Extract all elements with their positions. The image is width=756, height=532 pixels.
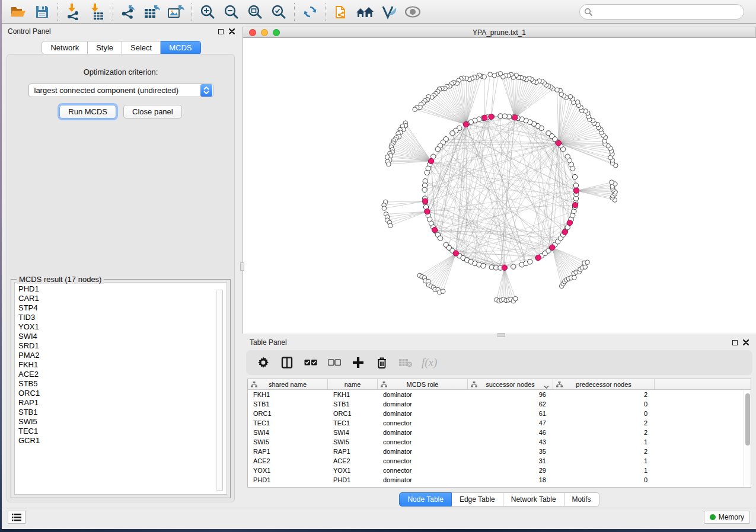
import-table-icon[interactable] [85,2,109,22]
mcds-node-item[interactable]: SWI5 [18,417,227,427]
cell-shared-name: STB1 [248,400,328,408]
table-vertical-scrollbar[interactable] [744,390,751,487]
show-columns-icon[interactable] [279,355,295,370]
mcds-result-list[interactable]: PHD1CAR1STP4TID3YOX1SWI4SRD1PMA2FKH1ACE2… [14,282,227,495]
search-input[interactable] [579,4,744,20]
deselect-all-checkboxes-icon[interactable] [327,355,342,370]
table-row[interactable]: SWI5SWI5connector431 [248,437,751,447]
cell-successor-nodes: 96 [468,391,553,398]
table-row[interactable]: FKH1FKH1dominator962 [248,390,751,399]
share-document-icon[interactable] [330,2,353,22]
import-network-icon[interactable] [62,2,85,22]
table-row[interactable]: ORC1ORC1dominator610 [248,409,751,418]
network-graph[interactable] [243,38,756,334]
cell-name: RAP1 [328,448,378,455]
mcds-node-item[interactable]: YOX1 [18,322,227,332]
mcds-node-item[interactable]: ORC1 [18,389,227,398]
run-mcds-button[interactable]: Run MCDS [59,105,116,118]
mcds-node-item[interactable]: PMA2 [18,351,227,360]
tab-select[interactable]: Select [122,41,161,55]
cell-predecessor-nodes: 1 [553,438,655,446]
table-row[interactable]: SWI4SWI4dominator462 [248,428,751,437]
cell-shared-name: SWI5 [248,438,328,446]
mcds-node-item[interactable]: PHD1 [18,284,227,294]
splitter-grip-vertical[interactable] [240,262,244,271]
open-folder-icon[interactable] [7,2,30,22]
table-row[interactable]: RAP1RAP1dominator352 [248,447,751,456]
mcds-node-item[interactable]: GCR1 [18,436,227,446]
mcds-node-item[interactable]: SWI4 [18,332,227,341]
column-label: predecessor nodes [576,381,631,388]
task-history-button[interactable] [8,511,25,524]
search-container [579,4,744,20]
close-panel-button[interactable]: Close panel [123,105,182,118]
toolbar-separator [113,3,113,21]
mcds-node-item[interactable]: STP4 [18,303,227,313]
float-panel-icon[interactable] [218,29,224,34]
tab-edge-table[interactable]: Edge Table [452,492,503,507]
tab-mcds[interactable]: MCDS [161,41,200,55]
mcds-node-item[interactable]: FKH1 [18,360,227,370]
mcds-node-item[interactable]: SRD1 [18,341,227,351]
table-row[interactable]: PHD1PHD1dominator180 [248,475,751,485]
home-networks-icon[interactable] [353,2,377,22]
cell-shared-name: YOX1 [248,467,328,474]
tab-network-table[interactable]: Network Table [503,492,564,507]
table-scrollbar-thumb[interactable] [745,393,750,446]
delete-row-icon[interactable] [374,355,390,370]
table-row[interactable]: ACE2ACE2connector311 [248,456,751,466]
cell-shared-name: PHD1 [248,476,328,483]
tab-network[interactable]: Network [42,41,88,55]
show-details-icon[interactable] [401,2,425,22]
memory-button[interactable]: Memory [704,511,750,524]
mcds-node-item[interactable]: STB5 [18,379,227,389]
close-panel-icon[interactable] [229,28,235,34]
mcds-node-item[interactable]: ACE2 [18,370,227,379]
column-header-shared-name[interactable]: shared name [248,379,328,389]
sort-chevron-icon[interactable] [544,383,549,390]
export-network-icon[interactable] [117,2,141,22]
toolbar-separator [294,3,295,21]
control-panel-titlebar: Control Panel [2,24,241,39]
settings-gear-icon[interactable] [256,355,271,370]
export-table-icon[interactable] [141,2,164,22]
zoom-fit-icon[interactable] [243,2,267,22]
optimization-criterion-select[interactable]: largest connected component (undirected) [28,84,213,97]
zoom-in-icon[interactable] [196,2,219,22]
hide-details-icon[interactable] [377,2,401,22]
network-view-panel: YPA_prune.txt_1 [243,27,756,334]
tab-style[interactable]: Style [88,41,122,55]
zoom-out-icon[interactable] [219,2,243,22]
node-table[interactable]: shared namenameMCDS rolesuccessor nodesp… [247,379,751,488]
column-header-predecessor-nodes[interactable]: predecessor nodes [553,379,655,389]
tab-node-table[interactable]: Node Table [399,492,452,507]
tab-motifs[interactable]: Motifs [564,492,599,507]
mcds-node-item[interactable]: STB1 [18,408,227,417]
network-window-titlebar[interactable]: YPA_prune.txt_1 [243,27,756,38]
mcds-node-item[interactable]: RAP1 [18,398,227,408]
mcds-list-scrollbar[interactable] [216,290,223,491]
table-panel-title: Table Panel [250,338,287,347]
network-canvas[interactable] [243,38,756,334]
zoom-selected-icon[interactable] [267,2,291,22]
cell-predecessor-nodes: 0 [553,400,655,408]
control-panel: Control Panel NetworkStyleSelectMCDS Opt… [2,24,241,505]
cell-shared-name: FKH1 [248,391,328,398]
column-header-name[interactable]: name [328,379,378,389]
table-row[interactable]: TEC1TEC1connector472 [248,418,751,428]
export-image-icon[interactable] [164,2,188,22]
table-row[interactable]: STB1STB1dominator620 [248,399,751,409]
table-row[interactable]: YOX1YOX1connector291 [248,466,751,475]
float-table-panel-icon[interactable] [732,340,738,345]
close-table-panel-icon[interactable] [743,339,749,345]
column-header-MCDS-role[interactable]: MCDS role [378,379,468,389]
mcds-node-item[interactable]: TEC1 [18,427,227,436]
column-header-successor-nodes[interactable]: successor nodes [468,379,553,389]
save-icon[interactable] [30,2,54,22]
select-all-checkboxes-icon[interactable] [303,355,318,370]
optimization-criterion-label: Optimization criterion: [7,68,234,76]
mcds-node-item[interactable]: CAR1 [18,294,227,303]
add-row-icon[interactable] [350,355,366,370]
refresh-layout-icon[interactable] [298,2,322,22]
mcds-node-item[interactable]: TID3 [18,313,227,322]
